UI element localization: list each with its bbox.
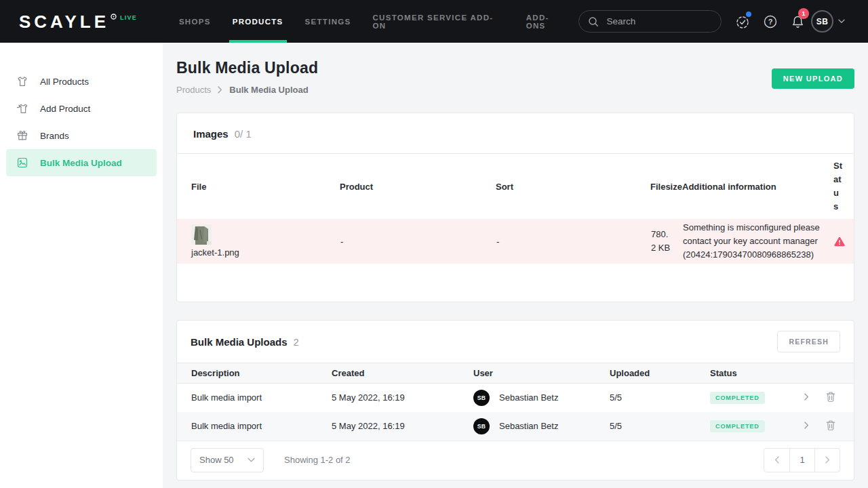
uploads-table-header-row: Description Created User Uploaded Status bbox=[177, 363, 854, 384]
nav-add-ons[interactable]: ADD-ONS bbox=[515, 0, 579, 43]
column-created: Created bbox=[332, 363, 473, 384]
nav-customer-service-add-on[interactable]: CUSTOMER SERVICE ADD-ON bbox=[362, 0, 515, 43]
column-status: Status bbox=[833, 154, 854, 219]
status-cell: COMPLETED bbox=[710, 384, 804, 412]
column-filesize: Filesize bbox=[650, 154, 682, 219]
upload-row: Bulk media import 5 May 2022, 16:19 SB S… bbox=[177, 384, 854, 412]
sidebar-item-label: All Products bbox=[40, 77, 89, 87]
user-cell: SB Sebastian Betz bbox=[473, 412, 610, 441]
user-avatar-small: SB bbox=[473, 418, 490, 434]
image-icon bbox=[16, 157, 28, 169]
gauge-icon bbox=[111, 14, 117, 20]
help-button[interactable]: ? bbox=[757, 14, 784, 29]
images-table: File Product Sort Filesize Additional in… bbox=[177, 154, 854, 264]
sidebar-item-label: Bulk Media Upload bbox=[40, 158, 122, 168]
sidebar-item-add-product[interactable]: Add Product bbox=[6, 95, 157, 122]
open-row-cell bbox=[804, 384, 825, 412]
previous-page-button[interactable] bbox=[764, 449, 789, 472]
next-page-button[interactable] bbox=[814, 449, 840, 472]
breadcrumb: Products Bulk Media Upload bbox=[176, 85, 318, 95]
status-cell bbox=[833, 219, 854, 264]
top-navigation: SHOPS PRODUCTS SETTINGS CUSTOMER SERVICE… bbox=[168, 0, 579, 43]
svg-text:?: ? bbox=[768, 18, 773, 26]
images-card-count: 0/ 1 bbox=[235, 128, 252, 140]
sidebar-item-bulk-media-upload[interactable]: Bulk Media Upload bbox=[6, 149, 157, 176]
breadcrumb-chevron-icon bbox=[218, 86, 222, 94]
trash-icon[interactable] bbox=[825, 391, 836, 403]
help-icon: ? bbox=[763, 14, 778, 29]
gift-icon bbox=[16, 129, 28, 142]
uploaded-cell: 5/5 bbox=[610, 412, 710, 441]
trash-icon[interactable] bbox=[825, 420, 836, 431]
topbar: SCAYLE LIVE SHOPS PRODUCTS SETTINGS CUST… bbox=[0, 0, 868, 43]
page-header: Bulk Media Upload Products Bulk Media Up… bbox=[176, 59, 854, 95]
created-cell: 5 May 2022, 16:19 bbox=[332, 384, 473, 412]
sidebar-item-label: Brands bbox=[40, 131, 69, 141]
user-avatar: SB bbox=[811, 10, 833, 33]
column-status: Status bbox=[710, 363, 804, 384]
product-cell: - bbox=[340, 219, 496, 264]
created-cell: 5 May 2022, 16:19 bbox=[332, 412, 473, 441]
delete-row-cell bbox=[825, 412, 854, 441]
status-badge: COMPLETED bbox=[710, 420, 765, 432]
warning-icon bbox=[834, 237, 853, 247]
sidebar-item-all-products[interactable]: All Products bbox=[6, 68, 157, 95]
new-upload-button[interactable]: NEW UPLOAD bbox=[772, 68, 854, 89]
column-description: Description bbox=[177, 363, 332, 384]
user-name: Sebastian Betz bbox=[499, 392, 558, 403]
topbar-icons: ? 1 SB bbox=[730, 10, 857, 33]
images-card-header: Images 0/ 1 bbox=[177, 113, 854, 154]
sidebar: All Products Add Product Brands bbox=[0, 43, 163, 488]
search-icon bbox=[588, 16, 599, 27]
live-env-badge: LIVE bbox=[120, 14, 137, 21]
additional-information-cell: Something is misconfigured please contac… bbox=[682, 219, 833, 264]
images-card-title: Images bbox=[193, 128, 229, 140]
nav-settings[interactable]: SETTINGS bbox=[294, 0, 362, 43]
description-cell: Bulk media import bbox=[177, 384, 332, 412]
user-avatar-small: SB bbox=[473, 390, 490, 406]
current-page[interactable]: 1 bbox=[789, 449, 814, 472]
uploads-card-header: Bulk Media Uploads 2 REFRESH bbox=[177, 321, 854, 363]
uploaded-cell: 5/5 bbox=[610, 384, 710, 412]
column-sort: Sort bbox=[496, 154, 650, 219]
status-cell: COMPLETED bbox=[710, 412, 804, 441]
refresh-button[interactable]: REFRESH bbox=[777, 331, 840, 352]
chevron-right-icon[interactable] bbox=[804, 393, 809, 401]
uploads-card: Bulk Media Uploads 2 REFRESH Description… bbox=[176, 320, 854, 481]
images-card: Images 0/ 1 File Product Sort Filesize A… bbox=[176, 113, 854, 302]
tshirt-add-icon bbox=[16, 102, 28, 115]
uploads-table: Description Created User Uploaded Status… bbox=[177, 363, 854, 441]
account-menu[interactable]: SB bbox=[811, 10, 845, 33]
logo-text: SCAYLE bbox=[19, 12, 109, 32]
file-cell: jacket-1.png bbox=[177, 219, 340, 264]
notifications-button[interactable]: 1 bbox=[784, 14, 811, 29]
images-table-header-row: File Product Sort Filesize Additional in… bbox=[177, 154, 854, 219]
breadcrumb-products[interactable]: Products bbox=[176, 85, 211, 95]
global-search[interactable] bbox=[578, 10, 722, 33]
search-input[interactable] bbox=[605, 16, 707, 27]
pagination-bar: Show 50 Showing 1-2 of 2 1 bbox=[177, 441, 854, 480]
nav-shops[interactable]: SHOPS bbox=[168, 0, 222, 43]
page-size-select[interactable]: Show 50 bbox=[191, 448, 264, 472]
page-size-value: Show 50 bbox=[199, 455, 234, 465]
page-title: Bulk Media Upload bbox=[176, 59, 318, 77]
uploads-card-title: Bulk Media Uploads bbox=[191, 336, 288, 348]
user-name: Sebastian Betz bbox=[499, 421, 558, 431]
open-row-cell bbox=[804, 412, 825, 441]
breadcrumb-current: Bulk Media Upload bbox=[229, 85, 308, 95]
release-notes-button[interactable] bbox=[730, 14, 757, 30]
jacket-thumbnail bbox=[191, 224, 212, 245]
chevron-down-icon bbox=[248, 458, 255, 462]
nav-products[interactable]: PRODUCTS bbox=[222, 0, 294, 43]
chevron-right-icon[interactable] bbox=[804, 422, 809, 429]
user-cell: SB Sebastian Betz bbox=[473, 384, 610, 412]
column-uploaded: Uploaded bbox=[610, 363, 710, 384]
sidebar-item-brands[interactable]: Brands bbox=[6, 122, 157, 149]
description-cell: Bulk media import bbox=[177, 412, 332, 441]
sidebar-item-label: Add Product bbox=[40, 104, 90, 114]
scayle-logo[interactable]: SCAYLE LIVE bbox=[19, 12, 137, 32]
delete-row-cell bbox=[825, 384, 854, 412]
image-error-row: jacket-1.png - - 780.2 KB Something is m… bbox=[177, 219, 854, 264]
column-file: File bbox=[177, 154, 340, 219]
blue-dot-badge bbox=[746, 12, 751, 17]
